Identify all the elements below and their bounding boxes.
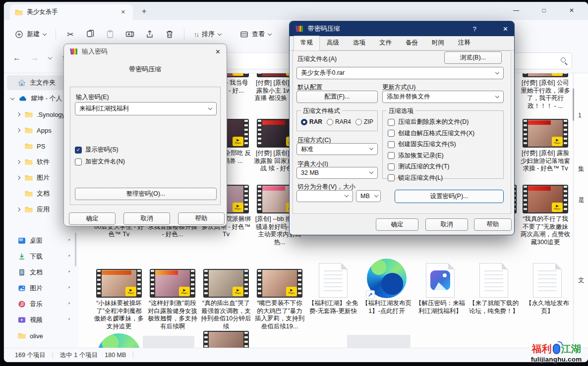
radio-rar-checked[interactable] bbox=[301, 119, 307, 125]
tab-comment[interactable]: 注释 bbox=[451, 36, 477, 50]
tab-advanced[interactable]: 高级 bbox=[320, 36, 346, 50]
file-caption: “小妹妹要被操坏了”全程冲刺魔都傲娇名媛嗲妹，多支持追更 bbox=[93, 300, 145, 330]
show-password-checkbox[interactable]: ✓ 显示密码(S) bbox=[75, 146, 118, 154]
tab-close-icon[interactable]: ✕ bbox=[118, 8, 128, 16]
sidebar-item-pictures[interactable]: 图片 bbox=[7, 281, 77, 296]
radio-label: RAR bbox=[309, 118, 322, 125]
file-item-video[interactable]: ▶Player “嘴巴要装不下你的大鸡巴了”暴力插入罗莉，支持到叁佰后续19..… bbox=[254, 269, 305, 330]
ok-button[interactable]: 确定 bbox=[69, 212, 116, 225]
rename-button[interactable] bbox=[120, 26, 140, 42]
file-item-video[interactable]: ▶Player “真的插出血”哭了最强首次调教，支持到叁佰10分钟后续 bbox=[200, 269, 252, 330]
option-sfx[interactable]: 创建自解压格式压缩文件(X) bbox=[388, 129, 500, 138]
radio-zip[interactable] bbox=[355, 119, 362, 125]
file-item-text[interactable]: 【永久地址发布页】 bbox=[522, 263, 573, 315]
compression-method-select[interactable]: 标准 bbox=[296, 143, 378, 155]
sidebar-item-olive[interactable]: olive bbox=[7, 328, 77, 343]
close-icon[interactable]: ✕ bbox=[503, 25, 508, 33]
chevron-right-icon[interactable] bbox=[16, 160, 20, 164]
back-button[interactable]: ← bbox=[13, 53, 21, 62]
option-recovery[interactable]: 添加恢复记录(E) bbox=[388, 152, 500, 160]
file-item-video[interactable]: ▶Player “我真的不行了我不要了”无敌嫩妹两次高潮，点赞收藏300追更 bbox=[520, 185, 571, 246]
file-item-video[interactable]: ▶Player [付费] [原创] 露脸少妇旅游记落地窗求操 - 好色™ Tv bbox=[520, 119, 571, 173]
close-icon[interactable]: ✕ bbox=[215, 48, 221, 55]
file-item-text[interactable]: 【来了就能下载的论坛，纯免费！】 bbox=[468, 263, 520, 315]
option-delete-files[interactable]: 压缩后删除原来的文件(D) bbox=[388, 118, 500, 126]
chevron-down-icon[interactable] bbox=[345, 193, 349, 197]
sidebar-item-documents[interactable]: 文档 bbox=[7, 265, 77, 280]
scrollbar-thumb[interactable] bbox=[573, 88, 574, 121]
ok-button[interactable]: 确定 bbox=[376, 218, 418, 231]
chevron-down-icon[interactable] bbox=[369, 146, 373, 150]
history-chevron-icon[interactable] bbox=[48, 55, 52, 59]
dialog-title-bar[interactable]: 带密码压缩 ? ✕ bbox=[290, 21, 514, 36]
password-input[interactable]: 来福利江湖找福利 bbox=[75, 102, 217, 115]
sidebar-item-desktop[interactable]: 桌面 bbox=[7, 233, 77, 248]
split-size-input[interactable] bbox=[296, 190, 353, 202]
help-button[interactable]: 帮助 bbox=[474, 218, 512, 231]
sidebar-scrollbar[interactable] bbox=[75, 233, 76, 266]
delete-button[interactable] bbox=[160, 26, 179, 42]
new-tab-button[interactable]: + bbox=[142, 7, 146, 16]
option-lock[interactable]: 锁定压缩文件(L) bbox=[388, 174, 500, 182]
help-icon[interactable]: ? bbox=[473, 25, 476, 33]
dictionary-size-select[interactable]: 32 MB bbox=[296, 167, 378, 179]
forward-button[interactable]: → bbox=[31, 53, 39, 62]
update-mode-select[interactable]: 添加并替换文件 bbox=[382, 91, 504, 103]
share-button[interactable] bbox=[140, 26, 160, 42]
cancel-button[interactable]: 取消 bbox=[425, 218, 468, 231]
chevron-down-icon[interactable] bbox=[374, 193, 378, 197]
cut-button[interactable]: ✂ bbox=[60, 26, 80, 42]
folder-icon bbox=[25, 190, 33, 198]
file-item-image[interactable]: 【解压密码：来福利江湖找福利】 bbox=[414, 263, 466, 315]
file-item-text[interactable]: 【福利江湖】全免费-无套路-更新快 bbox=[307, 263, 359, 315]
chevron-down-icon[interactable] bbox=[369, 170, 373, 174]
file-item-edge-shortcut[interactable]: ↗ 【福利江湖发布页1】-点此打开 bbox=[361, 259, 412, 315]
help-button[interactable]: 帮助 bbox=[178, 212, 225, 225]
option-test[interactable]: 测试压缩的文件(T) bbox=[388, 162, 500, 171]
edge-browser-icon-partial[interactable] bbox=[97, 333, 141, 348]
close-button[interactable]: ✕ bbox=[566, 7, 577, 14]
tab-time[interactable]: 时间 bbox=[425, 36, 451, 50]
copy-button[interactable] bbox=[80, 26, 100, 42]
paste-button[interactable] bbox=[100, 26, 120, 42]
sidebar-item-downloads[interactable]: 下载 bbox=[7, 249, 77, 264]
chevron-down-icon[interactable] bbox=[208, 105, 212, 109]
chevron-right-icon[interactable] bbox=[16, 208, 20, 211]
sidebar-item-clipped[interactable] bbox=[7, 344, 77, 348]
maximize-button[interactable]: □ bbox=[538, 7, 549, 14]
dialog-title-bar[interactable]: 输入密码 ✕ bbox=[64, 44, 227, 59]
file-item-video[interactable]: ▶Player “这样好刺激”前段对白露脸健身女孩极致翘臀，多支持有后续啊 bbox=[147, 269, 198, 330]
split-unit-select[interactable]: MB bbox=[356, 190, 381, 202]
tab-options[interactable]: 选项 bbox=[346, 36, 372, 50]
sidebar-item-music[interactable]: 音乐 bbox=[7, 297, 77, 312]
new-button[interactable]: 新建 bbox=[10, 26, 51, 42]
option-solid[interactable]: 创建固实压缩文件(S) bbox=[388, 140, 500, 149]
tab-general[interactable]: 常规 bbox=[294, 36, 320, 51]
file-item-video[interactable]: ▶Player “小妹妹要被操坏了”全程冲刺魔都傲娇名媛嗲妹，多支持追更 bbox=[93, 269, 145, 330]
browse-button[interactable]: 浏览(B)... bbox=[444, 52, 502, 64]
sidebar-item-videos[interactable]: 视频 bbox=[7, 313, 77, 327]
encrypt-filenames-checkbox[interactable]: 加密文件名(N) bbox=[75, 157, 125, 166]
sort-button[interactable]: ↑↓ 排序 bbox=[189, 26, 226, 42]
search-input[interactable] bbox=[507, 52, 572, 69]
chevron-down-icon[interactable] bbox=[495, 70, 499, 74]
minimize-button[interactable]: — bbox=[511, 7, 522, 14]
chevron-right-icon[interactable] bbox=[16, 112, 20, 116]
chevron-down-icon[interactable] bbox=[10, 96, 14, 100]
view-button[interactable]: 查看 bbox=[235, 26, 276, 42]
archive-name-input[interactable]: 美少女杀手0.rar bbox=[296, 67, 504, 79]
chevron-down-icon[interactable] bbox=[495, 94, 499, 98]
tab-files[interactable]: 文件 bbox=[372, 36, 399, 50]
tab-backup[interactable]: 备份 bbox=[399, 36, 425, 50]
selection-count: 选中 1 个项目 bbox=[60, 351, 98, 360]
set-password-button[interactable]: 设置密码(P)... bbox=[395, 190, 504, 203]
profiles-button[interactable]: 配置(F)... bbox=[296, 91, 378, 103]
chevron-right-icon[interactable] bbox=[16, 176, 20, 180]
organize-passwords-button[interactable]: 整理密码(O)... bbox=[75, 188, 217, 200]
file-item-video[interactable]: ▶Player [付费] [原创] 公司里她干行政，灌多了，我干死行政！！！ -… bbox=[520, 73, 571, 110]
chevron-right-icon[interactable] bbox=[16, 128, 20, 132]
video-thumbnail-partial[interactable] bbox=[203, 331, 249, 348]
explorer-tab[interactable]: 美少女杀手 ✕ bbox=[10, 4, 133, 20]
radio-rar4[interactable] bbox=[327, 119, 333, 125]
cancel-button[interactable]: 取消 bbox=[123, 212, 170, 225]
